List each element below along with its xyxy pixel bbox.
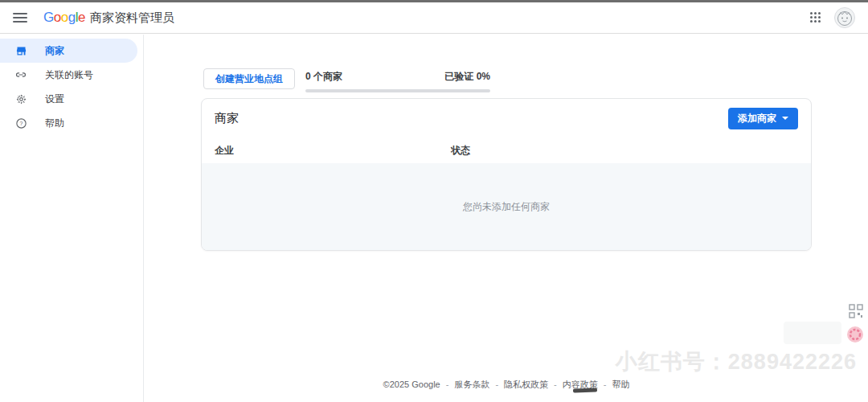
logo-letter: g bbox=[68, 10, 76, 25]
add-business-label: 添加商家 bbox=[738, 112, 776, 125]
empty-state-message: 您尚未添加任何商家 bbox=[463, 200, 550, 214]
copyright-text: ©2025 Google bbox=[383, 379, 440, 389]
app-bar: Google 商家资料管理员 bbox=[0, 2, 868, 34]
add-business-button[interactable]: 添加商家 bbox=[728, 108, 798, 129]
watermark-text: 小红书号：2889422226 bbox=[616, 347, 857, 376]
empty-state: 您尚未添加任何商家 bbox=[202, 163, 811, 250]
logo-letter: G bbox=[43, 10, 54, 25]
avatar[interactable] bbox=[834, 7, 855, 28]
verification-stats: 0 个商家 已验证 0% bbox=[305, 70, 490, 92]
business-count-label: 0 个商家 bbox=[305, 70, 342, 84]
sidebar-item-linked-accounts[interactable]: 关联的账号 bbox=[0, 63, 137, 87]
link-icon bbox=[14, 68, 27, 81]
sidebar-item-label: 商家 bbox=[45, 44, 64, 58]
footer-link-terms[interactable]: 服务条款 bbox=[454, 379, 489, 389]
logo-letter: o bbox=[54, 10, 61, 25]
sidebar-item-settings[interactable]: 设置 bbox=[0, 87, 137, 111]
sidebar-item-label: 关联的账号 bbox=[45, 68, 93, 82]
google-logo: Google bbox=[43, 10, 85, 26]
pink-badge-icon[interactable] bbox=[845, 325, 865, 344]
sidebar-item-businesses[interactable]: 商家 bbox=[0, 39, 137, 63]
card-title: 商家 bbox=[215, 111, 239, 126]
sidebar-item-label: 设置 bbox=[45, 92, 64, 106]
footer: ©2025 Google-服务条款-隐私权政策-内容政策-帮助 bbox=[145, 379, 868, 391]
create-location-group-button[interactable]: 创建营业地点组 bbox=[203, 68, 295, 89]
help-icon: ? bbox=[14, 117, 27, 129]
chevron-down-icon bbox=[782, 117, 788, 120]
column-header-business: 企业 bbox=[202, 144, 451, 158]
svg-text:?: ? bbox=[19, 121, 23, 126]
column-header-status: 状态 bbox=[451, 144, 470, 158]
logo-letter: e bbox=[78, 10, 85, 25]
gear-icon bbox=[14, 92, 27, 105]
footer-link-help[interactable]: 帮助 bbox=[612, 379, 629, 389]
card-header: 商家 添加商家 bbox=[202, 99, 811, 137]
businesses-card: 商家 添加商家 企业 状态 您尚未添加任何商家 bbox=[201, 98, 812, 251]
app-title: 商家资料管理员 bbox=[90, 10, 174, 26]
qr-code-icon[interactable] bbox=[848, 303, 864, 319]
apps-grid-icon[interactable] bbox=[810, 12, 821, 23]
faint-overlay-box bbox=[784, 322, 841, 344]
verified-percent-label: 已验证 0% bbox=[444, 70, 490, 84]
table-header-row: 企业 状态 bbox=[202, 137, 811, 163]
sidebar: 商家 关联的账号 设置 ? 帮助 bbox=[0, 35, 144, 402]
sidebar-item-help[interactable]: ? 帮助 bbox=[0, 111, 137, 135]
storefront-icon bbox=[14, 44, 27, 57]
footer-link-privacy[interactable]: 隐私权政策 bbox=[504, 379, 548, 389]
logo-letter: o bbox=[61, 10, 68, 25]
redaction-smudge bbox=[573, 388, 597, 392]
menu-icon[interactable] bbox=[13, 13, 27, 23]
avatar-face-icon bbox=[835, 8, 854, 27]
sidebar-item-label: 帮助 bbox=[45, 117, 64, 130]
verification-progress-bar bbox=[305, 89, 490, 92]
toolbar: 创建营业地点组 0 个商家 已验证 0% bbox=[145, 68, 868, 92]
page: Google 商家资料管理员 商家 bbox=[0, 0, 868, 402]
